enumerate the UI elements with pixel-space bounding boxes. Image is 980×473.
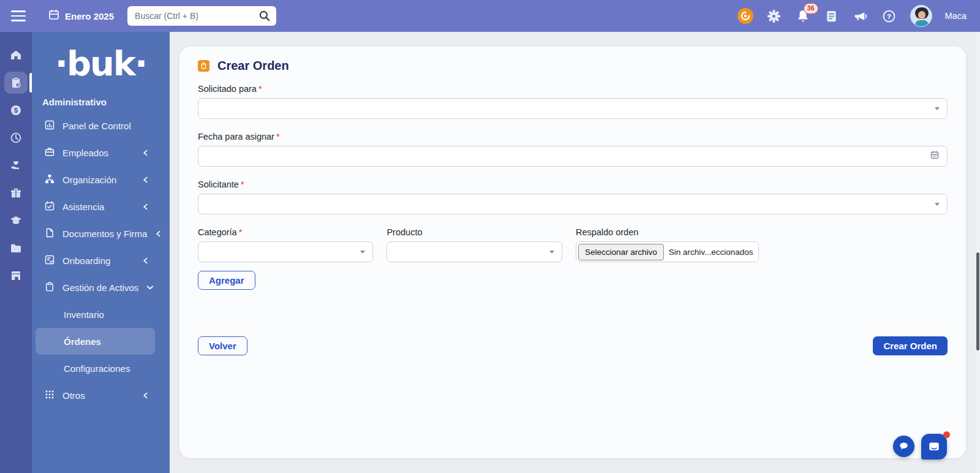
sidebar-item-asistencia[interactable]: Asistencia [36, 193, 155, 220]
rail-home-icon[interactable] [4, 44, 28, 66]
buk-logo: ·buk· [32, 47, 170, 81]
search-input[interactable] [127, 6, 276, 26]
rail-gift-icon[interactable] [4, 182, 28, 204]
topbar: Enero 2025 [0, 0, 980, 32]
field-label: Fecha para asignar [198, 132, 274, 142]
search-icon[interactable] [258, 9, 271, 23]
rail-documents-folder-icon[interactable] [4, 237, 28, 259]
crear-orden-card: Crear Orden Solicitado para* Fecha para … [179, 47, 966, 458]
page-title: Crear Orden [217, 59, 289, 73]
briefcase-icon [45, 147, 55, 159]
rail-benefits-hand-heart-icon[interactable] [4, 154, 28, 176]
rail-asset-management-icon[interactable] [4, 72, 28, 94]
caret-down-icon [935, 203, 940, 206]
svg-text:$: $ [14, 107, 18, 114]
field-label: Solicitante [198, 180, 239, 189]
field-label: Respaldo orden [576, 227, 638, 237]
sidebar-subitem-inventario[interactable]: Inventario [36, 301, 155, 328]
avatar-shirt [915, 20, 929, 27]
notifications-bell-icon[interactable]: 36 [795, 8, 811, 24]
sidebar-item-gestion-de-activos[interactable]: Gestión de Activos [36, 274, 155, 301]
respaldo-file-input[interactable]: Seleccionar archivo Sin archiv...ecciona… [576, 241, 759, 262]
chevron-left-icon [142, 175, 149, 185]
settings-gear-icon[interactable] [766, 8, 782, 24]
user-avatar[interactable] [910, 5, 932, 27]
required-asterisk: * [239, 227, 243, 237]
checklist-icon [45, 255, 55, 267]
sidebar-section-label: Administrativo [32, 97, 170, 111]
calendar-icon [930, 150, 940, 162]
calendar-check-icon [45, 201, 55, 213]
caret-down-icon [549, 251, 554, 254]
form-footer: Volver Crear Orden [198, 336, 948, 355]
field-solicitante: Solicitante* [198, 180, 948, 214]
field-row: Categoría* Producto Respaldo orden [198, 227, 948, 262]
volver-button[interactable]: Volver [198, 336, 247, 355]
messenger-button[interactable] [921, 434, 947, 460]
sidebar-item-onboarding[interactable]: Onboarding [36, 247, 155, 274]
required-asterisk: * [241, 180, 244, 189]
agregar-button[interactable]: Agregar [198, 271, 255, 290]
buk-community-icon[interactable] [737, 8, 753, 24]
categoria-select[interactable] [198, 241, 373, 262]
field-respaldo-orden: Respaldo orden Seleccionar archivo Sin a… [576, 227, 759, 262]
rail-marketplace-store-icon[interactable] [4, 265, 28, 287]
field-label: Solicitado para [198, 84, 257, 94]
clipboard-icon [45, 282, 55, 293]
rail-time-clock-icon[interactable] [4, 127, 28, 149]
sidebar-item-organizacion[interactable]: Organización [36, 166, 155, 193]
announcements-megaphone-icon[interactable] [853, 8, 869, 24]
solicitante-select[interactable] [198, 194, 948, 214]
file-status-text: Sin archiv...eccionados [664, 248, 753, 257]
fecha-para-asignar-input[interactable] [198, 146, 948, 167]
field-producto: Producto [386, 227, 562, 262]
caret-down-icon [935, 107, 940, 110]
producto-select[interactable] [386, 241, 562, 262]
help-icon[interactable]: ? [881, 8, 897, 24]
org-chart-icon [45, 174, 55, 186]
global-search [127, 6, 276, 26]
avatar-face [918, 11, 925, 19]
menu-toggle-icon[interactable] [11, 10, 26, 21]
chevron-left-icon [155, 229, 162, 239]
field-label: Categoría [198, 227, 237, 237]
chevron-left-icon [142, 255, 149, 266]
sidebar-subitem-ordenes[interactable]: Órdenes [36, 328, 155, 355]
caret-down-icon [360, 251, 365, 254]
sidebar-subitem-configuraciones[interactable]: Configuraciones [36, 355, 155, 382]
field-solicitado-para: Solicitado para* [198, 84, 948, 119]
sidebar-item-documentos-y-firma[interactable]: Documentos y Firma [36, 220, 155, 247]
document-icon [45, 228, 55, 240]
chevron-left-icon [142, 148, 149, 158]
card-header: Crear Orden [198, 59, 948, 73]
period-label: Enero 2025 [65, 11, 114, 21]
required-asterisk: * [276, 132, 280, 142]
rail-remuneration-icon[interactable]: $ [4, 99, 28, 121]
page-scrollbar[interactable] [976, 32, 980, 473]
changelog-notes-icon[interactable] [824, 8, 840, 24]
crear-orden-button[interactable]: Crear Orden [873, 336, 948, 355]
required-asterisk: * [258, 84, 262, 94]
sidebar-item-empleados[interactable]: Empleados [36, 139, 155, 166]
rail-training-cap-icon[interactable] [4, 210, 28, 232]
field-label: Producto [386, 227, 422, 237]
sidebar-item-panel-de-control[interactable]: Panel de Control [36, 112, 155, 139]
file-select-button[interactable]: Seleccionar archivo [578, 244, 664, 260]
period-selector[interactable]: Enero 2025 [48, 9, 114, 23]
user-name: Maca [945, 11, 967, 21]
topbar-actions: 36 ? Maca [737, 5, 967, 27]
chat-bubble-button[interactable] [893, 436, 914, 457]
unread-indicator-dot [943, 431, 950, 438]
chevron-left-icon [142, 202, 149, 212]
sidebar-item-otros[interactable]: Otros [36, 382, 155, 409]
main-content: Crear Orden Solicitado para* Fecha para … [170, 32, 980, 473]
field-categoria: Categoría* [198, 227, 373, 262]
sidebar: ·buk· Administrativo Panel de Control Em… [32, 32, 170, 473]
chevron-down-icon [146, 282, 154, 293]
scrollbar-thumb[interactable] [976, 252, 979, 350]
solicitado-para-select[interactable] [198, 98, 948, 119]
calendar-icon [48, 9, 60, 23]
notification-count-badge: 36 [804, 3, 818, 14]
asset-module-icon [198, 60, 209, 72]
field-fecha-para-asignar: Fecha para asignar* [198, 132, 948, 167]
